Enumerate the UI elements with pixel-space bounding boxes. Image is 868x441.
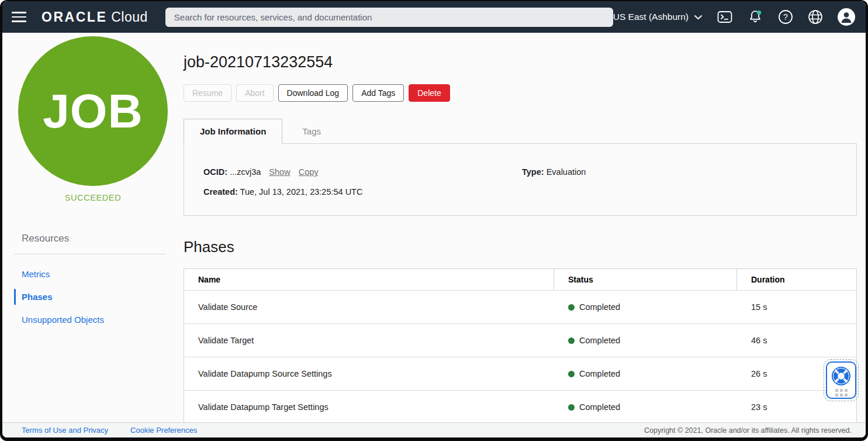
phase-name: Validate Target xyxy=(184,324,554,357)
ocid-value: ...zcvj3a xyxy=(230,167,261,177)
add-tags-button[interactable]: Add Tags xyxy=(352,84,404,102)
left-panel: JOB SUCCEEDED Resources Metrics Phases U… xyxy=(2,33,184,422)
status-dot-icon xyxy=(568,304,575,311)
status-dot-icon xyxy=(568,404,575,411)
region-selector[interactable]: US East (Ashburn) xyxy=(613,12,703,22)
phase-status: Completed xyxy=(554,291,737,323)
phase-name: Validate Datapump Target Settings xyxy=(184,391,554,422)
life-ring-icon xyxy=(831,366,851,386)
table-header-row: Name Status Duration xyxy=(184,269,856,290)
phase-status: Completed xyxy=(554,357,737,390)
notifications-bell-icon[interactable] xyxy=(747,9,763,25)
status-dot-icon xyxy=(568,337,575,344)
oracle-cloud-console: ORACLE Cloud US East (Ashburn) xyxy=(2,1,866,437)
job-badge-circle: JOB xyxy=(18,36,168,186)
drag-handle-dots-icon[interactable] xyxy=(835,389,848,397)
phase-duration: 15 s xyxy=(737,291,856,323)
chevron-down-icon xyxy=(694,15,703,20)
phase-name: Validate Source xyxy=(184,291,554,323)
resources-section: Resources Metrics Phases Unsupported Obj… xyxy=(2,233,184,328)
oracle-logo-primary: ORACLE xyxy=(42,9,107,25)
tab-bar: Job Information Tags xyxy=(184,119,857,143)
action-buttons: Resume Abort Download Log Add Tags Delet… xyxy=(184,84,857,102)
type-label: Type: xyxy=(522,167,544,177)
region-label: US East (Ashburn) xyxy=(613,12,689,22)
copy-link[interactable]: Copy xyxy=(299,167,319,177)
table-row[interactable]: Validate Source Completed 15 s xyxy=(184,290,856,323)
job-badge-label: JOB xyxy=(43,84,143,139)
copyright-text: Copyright © 2021, Oracle and/or its affi… xyxy=(644,426,852,435)
created-row: Created: Tue, Jul 13, 2021, 23:25:54 UTC xyxy=(203,187,522,197)
phase-status: Completed xyxy=(554,324,737,357)
created-label: Created: xyxy=(203,187,238,197)
page-title: job-20210713232554 xyxy=(184,53,857,71)
footer: Terms of Use and Privacy Cookie Preferen… xyxy=(2,422,866,437)
page-content: JOB SUCCEEDED Resources Metrics Phases U… xyxy=(2,33,866,422)
phase-name: Validate Datapump Source Settings xyxy=(184,357,554,390)
menu-icon[interactable] xyxy=(12,12,26,22)
type-row: Type: Evaluation xyxy=(522,167,856,177)
column-header-status: Status xyxy=(554,269,737,290)
job-status-text: SUCCEEDED xyxy=(65,193,121,202)
search-input[interactable] xyxy=(165,8,613,27)
main-panel: job-20210713232554 Resume Abort Download… xyxy=(184,33,866,422)
help-widget[interactable] xyxy=(826,361,856,399)
phases-table: Name Status Duration Validate Source Com… xyxy=(184,268,857,422)
globe-language-icon[interactable] xyxy=(808,9,823,25)
oracle-logo-secondary: Cloud xyxy=(111,9,148,25)
window-frame: ORACLE Cloud US East (Ashburn) xyxy=(0,0,868,441)
topbar-right-controls: US East (Ashburn) xyxy=(613,8,855,26)
sidebar-item-phases[interactable]: Phases xyxy=(14,289,184,305)
oracle-logo[interactable]: ORACLE Cloud xyxy=(42,9,148,25)
type-value: Evaluation xyxy=(547,167,586,177)
table-row[interactable]: Validate Target Completed 46 s xyxy=(184,323,856,357)
phases-title: Phases xyxy=(184,238,857,256)
tab-job-information[interactable]: Job Information xyxy=(184,119,282,144)
svg-text:?: ? xyxy=(783,12,788,22)
status-dot-icon xyxy=(568,371,575,377)
resume-button[interactable]: Resume xyxy=(184,84,231,102)
ocid-row: OCID: ...zcvj3a Show Copy xyxy=(203,167,522,177)
table-row[interactable]: Validate Datapump Target Settings Comple… xyxy=(184,390,856,422)
phase-duration: 46 s xyxy=(737,324,856,357)
abort-button[interactable]: Abort xyxy=(236,84,273,102)
terms-of-use-link[interactable]: Terms of Use and Privacy xyxy=(22,426,108,435)
cloud-shell-icon[interactable] xyxy=(717,10,732,24)
job-info-left-column: OCID: ...zcvj3a Show Copy Created: Tue, … xyxy=(203,167,522,207)
resources-divider xyxy=(14,254,166,254)
job-status-badge: JOB SUCCEEDED xyxy=(2,36,184,202)
notification-dot xyxy=(757,11,761,15)
download-log-button[interactable]: Download Log xyxy=(278,84,348,102)
cookie-preferences-link[interactable]: Cookie Preferences xyxy=(130,426,197,435)
help-widget-marquee xyxy=(824,359,859,401)
help-icon[interactable]: ? xyxy=(778,9,793,25)
job-info-right-column: Type: Evaluation xyxy=(522,167,856,207)
ocid-label: OCID: xyxy=(203,167,227,177)
delete-button[interactable]: Delete xyxy=(409,84,449,102)
resources-nav: Metrics Phases Unsupported Objects xyxy=(2,266,184,328)
created-value: Tue, Jul 13, 2021, 23:25:54 UTC xyxy=(240,187,363,197)
job-info-panel: OCID: ...zcvj3a Show Copy Created: Tue, … xyxy=(184,143,857,216)
top-navigation-bar: ORACLE Cloud US East (Ashburn) xyxy=(2,1,866,33)
tab-tags[interactable]: Tags xyxy=(282,119,341,143)
column-header-name: Name xyxy=(184,269,554,290)
resources-title: Resources xyxy=(2,233,184,244)
show-link[interactable]: Show xyxy=(269,167,290,177)
avatar[interactable] xyxy=(838,8,855,26)
phase-status: Completed xyxy=(554,391,737,422)
table-row[interactable]: Validate Datapump Source Settings Comple… xyxy=(184,357,856,390)
sidebar-item-unsupported-objects[interactable]: Unsupported Objects xyxy=(14,312,184,328)
column-header-duration: Duration xyxy=(737,269,856,290)
sidebar-item-metrics[interactable]: Metrics xyxy=(14,266,184,282)
